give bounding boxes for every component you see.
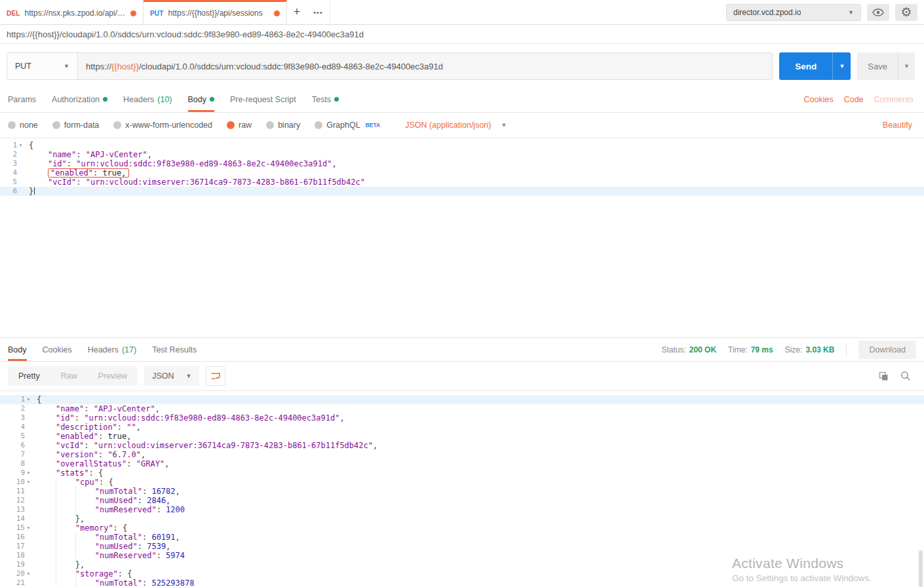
comments-link[interactable]: Comments [874, 95, 914, 104]
request-tabs-row: ParamsAuthorizationHeaders(10)BodyPre-re… [0, 86, 924, 113]
header-right: director.vcd.zpod.io ▼ ⚙ [726, 0, 924, 24]
send-options-button[interactable]: ▼ [832, 52, 851, 80]
radio-raw[interactable]: raw [227, 121, 252, 130]
indent-guide [37, 459, 56, 468]
response-tab-body[interactable]: Body [8, 338, 27, 361]
send-button[interactable]: Send [779, 52, 832, 80]
fold-icon[interactable]: ▾ [25, 395, 34, 404]
download-button[interactable]: Download [858, 341, 916, 359]
request-tab-1[interactable]: DEL https://nsx.pks.zpod.io/api/v1/… [0, 0, 144, 24]
indent-guide [75, 551, 95, 560]
wrap-lines-button[interactable] [206, 366, 225, 386]
code-text: "vcId": "urn:vcloud:vimserver:36714ca9-7… [26, 178, 365, 187]
more-tabs-button[interactable]: ••• [307, 0, 330, 24]
indent-guide [29, 178, 48, 187]
indent-guide [37, 533, 56, 542]
code-text: } [26, 187, 35, 196]
view-mode-preview[interactable]: Preview [88, 366, 138, 386]
code-text: "storage": { [34, 569, 132, 578]
chevron-down-icon: ▼ [58, 63, 69, 69]
code-line: 2 "name": "APJ-vCenter", [0, 150, 924, 159]
line-gutter: 5 [0, 432, 34, 441]
radio-graphql[interactable]: GraphQLBETA [315, 121, 380, 130]
fold-icon[interactable]: ▾ [25, 523, 34, 533]
response-tab-headers[interactable]: Headers(17) [88, 338, 136, 361]
indent-guide [75, 542, 95, 551]
view-mode-raw[interactable]: Raw [50, 366, 88, 386]
beautify-button[interactable]: Beautify [883, 121, 916, 130]
fold-icon[interactable]: ▾ [25, 478, 34, 487]
tab-authorization[interactable]: Authorization [52, 86, 107, 112]
response-tabs: BodyCookiesHeaders(17)Test Results [8, 338, 212, 361]
indent-guide [56, 569, 75, 578]
code-line: 4 "enabled": true, [0, 168, 924, 178]
save-options-button[interactable]: ▼ [898, 52, 915, 80]
save-button[interactable]: Save [857, 52, 898, 80]
line-number: 1 [12, 141, 17, 150]
code-line: 16 "numTotal": 60191, [0, 533, 924, 542]
nav-label: Body [188, 95, 207, 104]
code-line: 10▾ "cpu": { [0, 478, 924, 487]
radio-label: x-www-form-urlencoded [125, 121, 212, 130]
response-format-select[interactable]: JSON ▼ [144, 366, 199, 386]
response-tab-cookies[interactable]: Cookies [43, 338, 72, 361]
scrollbar-thumb[interactable] [919, 550, 923, 587]
unsaved-dot-icon [274, 10, 280, 16]
status-value: 200 OK [689, 345, 716, 354]
line-number: 3 [20, 413, 25, 423]
request-tab-2[interactable]: PUT https://{{host}}/api/sessions [144, 0, 287, 24]
url-prefix: https:// [86, 62, 111, 71]
line-gutter: 17 [0, 542, 34, 551]
environment-preview-button[interactable] [867, 4, 889, 21]
tab-tests[interactable]: Tests [312, 86, 339, 112]
chevron-down-icon: ▼ [839, 63, 845, 69]
method-url-group: PUT ▼ https://{{host}}/cloudapi/1.0.0/sd… [7, 52, 773, 80]
fold-icon[interactable]: ▾ [25, 569, 34, 578]
code-link[interactable]: Code [844, 95, 864, 104]
method-value: PUT [15, 62, 31, 71]
url-input[interactable]: https://{{host}}/cloudapi/1.0.0/sddcs/ur… [78, 53, 772, 79]
copy-icon[interactable] [879, 371, 889, 381]
indent-guide [37, 523, 56, 533]
line-number: 14 [16, 514, 25, 523]
url-row: PUT ▼ https://{{host}}/cloudapi/1.0.0/sd… [0, 44, 924, 86]
indent-guide [37, 514, 56, 523]
tab-pre-request-script[interactable]: Pre-request Script [230, 86, 296, 112]
save-split-button: Save ▼ [857, 52, 915, 80]
tab-body[interactable]: Body [188, 86, 215, 112]
line-gutter: 2 [0, 150, 26, 159]
radio-x-www-form-urlencoded[interactable]: x-www-form-urlencoded [113, 121, 212, 130]
radio-form-data[interactable]: form-data [52, 121, 100, 130]
tab-headers[interactable]: Headers(10) [123, 86, 172, 112]
radio-icon [266, 121, 274, 129]
line-gutter: 3 [0, 159, 26, 168]
environment-select[interactable]: director.vcd.zpod.io ▼ [726, 4, 861, 21]
response-body-editor[interactable]: 1▾{2 "name": "APJ-vCenter",3 "id": "urn:… [0, 390, 924, 587]
new-tab-button[interactable]: + [287, 0, 307, 24]
line-gutter: 13 [0, 505, 34, 514]
search-icon[interactable] [900, 371, 911, 381]
tab-method-label: PUT [150, 10, 164, 17]
line-number: 6 [12, 187, 17, 196]
enabled-annotation-box: "enabled": true, [48, 168, 129, 178]
method-select[interactable]: PUT ▼ [7, 53, 78, 79]
settings-button[interactable]: ⚙ [895, 4, 917, 21]
content-type-select[interactable]: JSON (application/json) ▼ [405, 121, 507, 130]
fold-icon[interactable]: ▾ [17, 141, 26, 150]
line-number: 13 [16, 505, 25, 514]
view-mode-pretty[interactable]: Pretty [8, 366, 50, 386]
tab-params[interactable]: Params [8, 86, 36, 112]
response-tab-test-results[interactable]: Test Results [152, 338, 197, 361]
line-number: 6 [20, 441, 25, 450]
chevron-down-icon: ▼ [180, 373, 191, 379]
indent-guide [37, 569, 56, 578]
code-line: 1▾{ [0, 141, 924, 150]
fold-icon[interactable]: ▾ [25, 468, 34, 478]
request-body-editor[interactable]: 1▾{2 "name": "APJ-vCenter",3 "id": "urn:… [0, 138, 924, 338]
line-number: 20 [16, 569, 25, 578]
cookies-link[interactable]: Cookies [804, 95, 834, 104]
radio-none[interactable]: none [8, 121, 38, 130]
line-number: 12 [16, 496, 25, 505]
wrap-icon [210, 371, 221, 381]
radio-binary[interactable]: binary [266, 121, 300, 130]
